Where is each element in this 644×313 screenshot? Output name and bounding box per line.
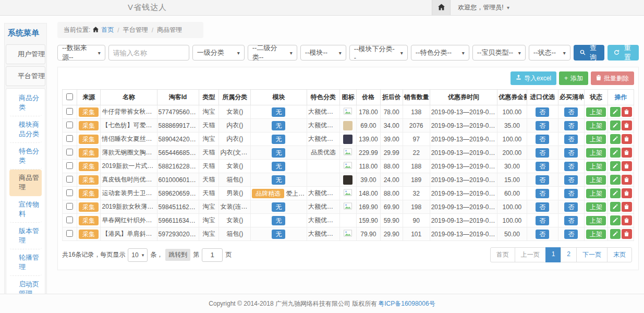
sidebar-subitem[interactable]: 版本管理 — [9, 223, 42, 249]
filter-select[interactable]: --模块--▾ — [300, 45, 346, 61]
status-badge[interactable]: 上架 — [586, 230, 606, 239]
delete-button[interactable] — [622, 188, 632, 198]
import-select-badge[interactable]: 否 — [536, 162, 549, 171]
must-buy-badge[interactable]: 否 — [564, 216, 578, 225]
row-checkbox[interactable] — [66, 162, 73, 169]
status-badge[interactable]: 上架 — [586, 189, 606, 198]
row-checkbox[interactable] — [66, 230, 73, 237]
edit-button[interactable] — [610, 107, 621, 117]
jump-page-input[interactable] — [202, 248, 223, 262]
status-badge[interactable]: 上架 — [586, 121, 606, 130]
sidebar-subitem[interactable]: 商品分类 — [9, 90, 42, 116]
batch-delete-button[interactable]: 批量删除 — [591, 71, 634, 85]
delete-button[interactable] — [622, 202, 632, 212]
delete-button[interactable] — [622, 134, 632, 144]
edit-button[interactable] — [610, 175, 621, 185]
status-badge[interactable]: 上架 — [586, 216, 606, 225]
must-buy-badge[interactable]: 否 — [564, 135, 578, 144]
status-badge[interactable]: 上架 — [586, 162, 606, 171]
delete-button[interactable] — [622, 161, 632, 171]
import-select-badge[interactable]: 否 — [536, 216, 549, 225]
add-button[interactable]: + 添加 — [559, 71, 588, 85]
select-all-checkbox[interactable] — [66, 93, 73, 100]
delete-button[interactable] — [622, 107, 632, 117]
must-buy-badge[interactable]: 否 — [564, 148, 578, 158]
must-buy-badge[interactable]: 否 — [564, 121, 578, 130]
user-menu[interactable]: 欢迎您，管理员! ▾ — [458, 3, 509, 12]
sidebar-item-user-mgmt[interactable]: 用户管理 — [6, 44, 45, 64]
must-buy-badge[interactable]: 否 — [564, 230, 578, 239]
import-select-badge[interactable]: 否 — [536, 175, 549, 185]
row-checkbox[interactable] — [66, 189, 73, 196]
must-buy-badge[interactable]: 否 — [564, 202, 578, 212]
row-checkbox[interactable] — [66, 108, 73, 115]
edit-button[interactable] — [610, 202, 621, 212]
page-button[interactable]: 2 — [561, 247, 577, 262]
must-buy-badge[interactable]: 否 — [564, 162, 578, 171]
breadcrumb-home-link[interactable]: 首页 — [101, 26, 114, 34]
must-buy-badge[interactable]: 否 — [564, 175, 578, 185]
row-select-cell — [63, 133, 77, 146]
sidebar-subitem[interactable]: 商品管理 — [9, 170, 42, 196]
filter-select[interactable]: --宝贝类型--▾ — [472, 45, 526, 61]
edit-button[interactable] — [610, 148, 621, 158]
data-source-select[interactable]: --数据来源--▾ — [57, 45, 105, 61]
import-select-badge[interactable]: 否 — [536, 107, 549, 117]
name-search-input[interactable] — [108, 45, 189, 61]
must-buy-badge[interactable]: 否 — [564, 189, 578, 198]
home-button[interactable] — [432, 0, 451, 15]
status-badge[interactable]: 上架 — [586, 175, 606, 185]
per-page-select[interactable]: 10 ▾ — [128, 248, 148, 262]
import-select-badge[interactable]: 否 — [536, 121, 549, 130]
filter-select[interactable]: --二级分类--▾ — [248, 45, 297, 61]
filter-select[interactable]: --模块下分类--▾ — [349, 45, 408, 61]
page-button[interactable]: 下一页 — [576, 247, 607, 262]
row-select-cell — [63, 173, 77, 187]
filter-select[interactable]: --特色分类--▾ — [411, 45, 469, 61]
source-badge: 采集 — [79, 121, 99, 130]
reset-button[interactable]: 重置 — [607, 45, 639, 61]
delete-button[interactable] — [622, 229, 632, 239]
page-button[interactable]: 上一页 — [515, 247, 546, 262]
status-badge[interactable]: 上架 — [586, 135, 606, 144]
row-checkbox[interactable] — [66, 135, 73, 142]
import-select-badge[interactable]: 否 — [536, 202, 549, 212]
import-select-badge[interactable]: 否 — [536, 135, 549, 144]
page-button[interactable]: 1 — [545, 247, 562, 262]
status-badge[interactable]: 上架 — [586, 202, 606, 212]
sidebar-subitem[interactable]: 模块商品分类 — [9, 116, 42, 143]
import-select-badge[interactable]: 否 — [536, 189, 549, 198]
row-checkbox[interactable] — [66, 176, 73, 183]
row-checkbox[interactable] — [66, 122, 73, 128]
import-select-badge[interactable]: 否 — [536, 230, 549, 239]
sidebar-subitem[interactable]: 特色分类 — [9, 143, 42, 170]
edit-button[interactable] — [610, 134, 621, 144]
import-select-badge[interactable]: 否 — [536, 148, 549, 158]
delete-button[interactable] — [622, 175, 632, 185]
filter-select[interactable]: --状态--▾ — [529, 45, 570, 61]
must-buy-badge[interactable]: 否 — [564, 107, 578, 117]
search-button[interactable]: 查询 — [574, 45, 605, 61]
row-checkbox[interactable] — [66, 216, 73, 223]
edit-button[interactable] — [610, 229, 621, 239]
filter-select[interactable]: 一级分类▾ — [192, 45, 245, 61]
edit-button[interactable] — [610, 121, 621, 130]
sidebar-subitem[interactable]: 轮播管理 — [9, 249, 42, 276]
icp-link[interactable]: 粤ICP备16098006号 — [378, 299, 435, 308]
sidebar-subitem[interactable]: 宣传物料 — [9, 196, 42, 223]
delete-button[interactable] — [622, 215, 632, 225]
import-excel-button[interactable]: 导入excel — [511, 71, 556, 85]
row-checkbox[interactable] — [66, 149, 73, 155]
delete-button[interactable] — [622, 148, 632, 158]
status-badge[interactable]: 上架 — [586, 107, 606, 117]
sidebar-item-platform-mgmt[interactable]: 平台管理 — [6, 66, 45, 86]
status-badge[interactable]: 上架 — [586, 148, 606, 158]
delete-button[interactable] — [622, 121, 632, 130]
edit-button[interactable] — [610, 188, 621, 198]
edit-button[interactable] — [610, 161, 621, 171]
row-checkbox[interactable] — [66, 203, 73, 210]
edit-button[interactable] — [610, 215, 621, 225]
page-button[interactable]: 首页 — [490, 247, 515, 262]
page-button[interactable]: 末页 — [607, 247, 632, 262]
jump-button[interactable]: 跳转到 — [165, 249, 190, 261]
